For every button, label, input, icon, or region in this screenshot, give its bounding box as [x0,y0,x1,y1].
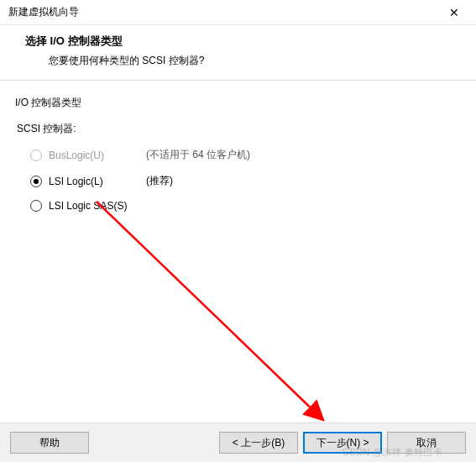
page-heading: 选择 I/O 控制器类型 [25,34,459,49]
svg-line-0 [97,202,323,420]
window-title: 新建虚拟机向导 [8,5,79,19]
group-label: I/O 控制器类型 [15,96,459,110]
radio-label: BusLogic(U) [49,150,141,161]
content-area: I/O 控制器类型 SCSI 控制器: BusLogic(U) (不适用于 64… [0,81,476,232]
radio-option-lsi-logic[interactable]: LSI Logic(L) (推荐) [15,174,459,188]
radio-note: (不适用于 64 位客户机) [146,148,250,162]
radio-label: LSI Logic SAS(S) [49,200,141,212]
close-icon[interactable]: ✕ [442,3,466,23]
radio-option-buslogic: BusLogic(U) (不适用于 64 位客户机) [15,148,459,162]
radio-icon [30,150,42,161]
wizard-header: 选择 I/O 控制器类型 您要使用何种类型的 SCSI 控制器? [0,25,476,80]
page-subheading: 您要使用何种类型的 SCSI 控制器? [25,54,459,68]
radio-note: (推荐) [146,174,173,188]
back-button[interactable]: < 上一步(B) [219,432,298,454]
wizard-footer: 帮助 < 上一步(B) 下一步(N) > 取消 [0,423,476,462]
radio-icon[interactable] [30,176,42,187]
next-button[interactable]: 下一步(N) > [303,432,382,454]
titlebar: 新建虚拟机向导 ✕ [0,0,476,25]
radio-option-lsi-logic-sas[interactable]: LSI Logic SAS(S) [15,200,459,212]
scsi-label: SCSI 控制器: [15,122,459,136]
help-button[interactable]: 帮助 [10,432,89,454]
radio-label: LSI Logic(L) [49,176,141,187]
cancel-button[interactable]: 取消 [387,432,466,454]
radio-icon[interactable] [30,200,42,212]
